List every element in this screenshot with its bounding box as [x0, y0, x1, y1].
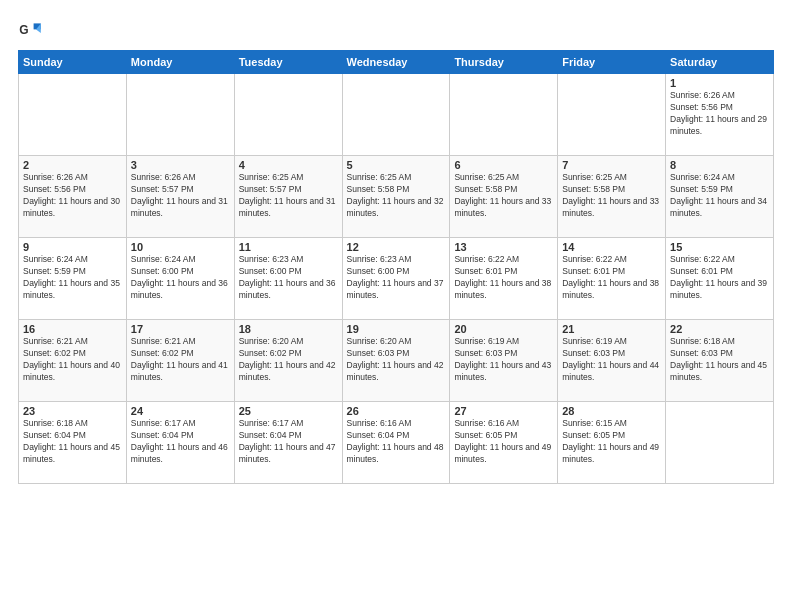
day-number: 14: [562, 241, 661, 253]
calendar-cell: 11Sunrise: 6:23 AMSunset: 6:00 PMDayligh…: [234, 238, 342, 320]
day-info: Sunrise: 6:21 AMSunset: 6:02 PMDaylight:…: [23, 336, 122, 384]
day-number: 5: [347, 159, 446, 171]
day-info: Sunrise: 6:25 AMSunset: 5:58 PMDaylight:…: [454, 172, 553, 220]
day-info: Sunrise: 6:25 AMSunset: 5:58 PMDaylight:…: [347, 172, 446, 220]
calendar-cell: 2Sunrise: 6:26 AMSunset: 5:56 PMDaylight…: [19, 156, 127, 238]
day-number: 10: [131, 241, 230, 253]
day-number: 15: [670, 241, 769, 253]
calendar-cell: [342, 74, 450, 156]
day-info: Sunrise: 6:23 AMSunset: 6:00 PMDaylight:…: [239, 254, 338, 302]
day-number: 13: [454, 241, 553, 253]
calendar-cell: 27Sunrise: 6:16 AMSunset: 6:05 PMDayligh…: [450, 402, 558, 484]
calendar-cell: [666, 402, 774, 484]
calendar-header-thursday: Thursday: [450, 51, 558, 74]
day-number: 18: [239, 323, 338, 335]
day-number: 2: [23, 159, 122, 171]
calendar-cell: 24Sunrise: 6:17 AMSunset: 6:04 PMDayligh…: [126, 402, 234, 484]
day-number: 9: [23, 241, 122, 253]
calendar-week-3: 9Sunrise: 6:24 AMSunset: 5:59 PMDaylight…: [19, 238, 774, 320]
day-number: 23: [23, 405, 122, 417]
day-info: Sunrise: 6:16 AMSunset: 6:05 PMDaylight:…: [454, 418, 553, 466]
calendar-header-wednesday: Wednesday: [342, 51, 450, 74]
day-number: 17: [131, 323, 230, 335]
calendar: SundayMondayTuesdayWednesdayThursdayFrid…: [18, 50, 774, 484]
day-number: 28: [562, 405, 661, 417]
day-info: Sunrise: 6:19 AMSunset: 6:03 PMDaylight:…: [562, 336, 661, 384]
day-info: Sunrise: 6:24 AMSunset: 5:59 PMDaylight:…: [670, 172, 769, 220]
calendar-cell: 26Sunrise: 6:16 AMSunset: 6:04 PMDayligh…: [342, 402, 450, 484]
day-number: 27: [454, 405, 553, 417]
calendar-cell: 23Sunrise: 6:18 AMSunset: 6:04 PMDayligh…: [19, 402, 127, 484]
calendar-cell: 5Sunrise: 6:25 AMSunset: 5:58 PMDaylight…: [342, 156, 450, 238]
day-info: Sunrise: 6:19 AMSunset: 6:03 PMDaylight:…: [454, 336, 553, 384]
logo-icon: G: [18, 18, 42, 42]
calendar-header-monday: Monday: [126, 51, 234, 74]
calendar-cell: 12Sunrise: 6:23 AMSunset: 6:00 PMDayligh…: [342, 238, 450, 320]
calendar-header-sunday: Sunday: [19, 51, 127, 74]
day-info: Sunrise: 6:23 AMSunset: 6:00 PMDaylight:…: [347, 254, 446, 302]
header: G: [18, 18, 774, 42]
calendar-cell: 6Sunrise: 6:25 AMSunset: 5:58 PMDaylight…: [450, 156, 558, 238]
calendar-week-1: 1Sunrise: 6:26 AMSunset: 5:56 PMDaylight…: [19, 74, 774, 156]
calendar-week-5: 23Sunrise: 6:18 AMSunset: 6:04 PMDayligh…: [19, 402, 774, 484]
calendar-header-saturday: Saturday: [666, 51, 774, 74]
calendar-cell: [234, 74, 342, 156]
calendar-cell: 20Sunrise: 6:19 AMSunset: 6:03 PMDayligh…: [450, 320, 558, 402]
day-number: 1: [670, 77, 769, 89]
day-number: 24: [131, 405, 230, 417]
day-info: Sunrise: 6:26 AMSunset: 5:56 PMDaylight:…: [670, 90, 769, 138]
calendar-cell: 22Sunrise: 6:18 AMSunset: 6:03 PMDayligh…: [666, 320, 774, 402]
calendar-cell: 15Sunrise: 6:22 AMSunset: 6:01 PMDayligh…: [666, 238, 774, 320]
day-info: Sunrise: 6:17 AMSunset: 6:04 PMDaylight:…: [131, 418, 230, 466]
day-number: 20: [454, 323, 553, 335]
day-number: 25: [239, 405, 338, 417]
day-number: 26: [347, 405, 446, 417]
calendar-cell: 8Sunrise: 6:24 AMSunset: 5:59 PMDaylight…: [666, 156, 774, 238]
day-info: Sunrise: 6:22 AMSunset: 6:01 PMDaylight:…: [454, 254, 553, 302]
page: G SundayMondayTuesdayWednesdayThursdayFr…: [0, 0, 792, 612]
calendar-cell: 21Sunrise: 6:19 AMSunset: 6:03 PMDayligh…: [558, 320, 666, 402]
calendar-cell: 17Sunrise: 6:21 AMSunset: 6:02 PMDayligh…: [126, 320, 234, 402]
calendar-cell: [19, 74, 127, 156]
calendar-week-2: 2Sunrise: 6:26 AMSunset: 5:56 PMDaylight…: [19, 156, 774, 238]
calendar-header-friday: Friday: [558, 51, 666, 74]
day-info: Sunrise: 6:15 AMSunset: 6:05 PMDaylight:…: [562, 418, 661, 466]
calendar-cell: 28Sunrise: 6:15 AMSunset: 6:05 PMDayligh…: [558, 402, 666, 484]
logo: G: [18, 18, 46, 42]
day-info: Sunrise: 6:25 AMSunset: 5:58 PMDaylight:…: [562, 172, 661, 220]
calendar-cell: 10Sunrise: 6:24 AMSunset: 6:00 PMDayligh…: [126, 238, 234, 320]
day-info: Sunrise: 6:22 AMSunset: 6:01 PMDaylight:…: [670, 254, 769, 302]
day-number: 22: [670, 323, 769, 335]
calendar-header-tuesday: Tuesday: [234, 51, 342, 74]
calendar-cell: 25Sunrise: 6:17 AMSunset: 6:04 PMDayligh…: [234, 402, 342, 484]
day-number: 16: [23, 323, 122, 335]
calendar-cell: 9Sunrise: 6:24 AMSunset: 5:59 PMDaylight…: [19, 238, 127, 320]
day-info: Sunrise: 6:20 AMSunset: 6:02 PMDaylight:…: [239, 336, 338, 384]
day-number: 3: [131, 159, 230, 171]
day-number: 12: [347, 241, 446, 253]
svg-text:G: G: [19, 23, 28, 37]
day-info: Sunrise: 6:17 AMSunset: 6:04 PMDaylight:…: [239, 418, 338, 466]
calendar-header-row: SundayMondayTuesdayWednesdayThursdayFrid…: [19, 51, 774, 74]
day-number: 4: [239, 159, 338, 171]
day-info: Sunrise: 6:24 AMSunset: 6:00 PMDaylight:…: [131, 254, 230, 302]
day-info: Sunrise: 6:20 AMSunset: 6:03 PMDaylight:…: [347, 336, 446, 384]
day-number: 21: [562, 323, 661, 335]
day-number: 8: [670, 159, 769, 171]
day-number: 7: [562, 159, 661, 171]
day-info: Sunrise: 6:25 AMSunset: 5:57 PMDaylight:…: [239, 172, 338, 220]
day-number: 6: [454, 159, 553, 171]
calendar-cell: 7Sunrise: 6:25 AMSunset: 5:58 PMDaylight…: [558, 156, 666, 238]
day-info: Sunrise: 6:18 AMSunset: 6:04 PMDaylight:…: [23, 418, 122, 466]
calendar-cell: 3Sunrise: 6:26 AMSunset: 5:57 PMDaylight…: [126, 156, 234, 238]
calendar-cell: 14Sunrise: 6:22 AMSunset: 6:01 PMDayligh…: [558, 238, 666, 320]
day-info: Sunrise: 6:21 AMSunset: 6:02 PMDaylight:…: [131, 336, 230, 384]
calendar-cell: [450, 74, 558, 156]
calendar-cell: [558, 74, 666, 156]
day-info: Sunrise: 6:22 AMSunset: 6:01 PMDaylight:…: [562, 254, 661, 302]
day-number: 19: [347, 323, 446, 335]
day-info: Sunrise: 6:16 AMSunset: 6:04 PMDaylight:…: [347, 418, 446, 466]
calendar-cell: 19Sunrise: 6:20 AMSunset: 6:03 PMDayligh…: [342, 320, 450, 402]
calendar-cell: 13Sunrise: 6:22 AMSunset: 6:01 PMDayligh…: [450, 238, 558, 320]
day-info: Sunrise: 6:26 AMSunset: 5:57 PMDaylight:…: [131, 172, 230, 220]
